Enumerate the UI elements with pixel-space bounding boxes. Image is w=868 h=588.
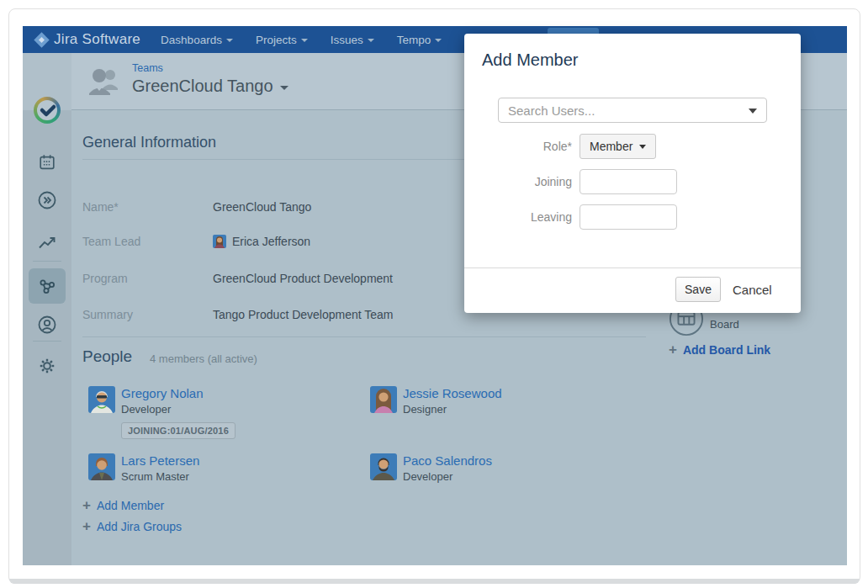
sidebar-divider xyxy=(33,261,61,262)
add-board-link-label: Add Board Link xyxy=(683,343,770,357)
avatar xyxy=(88,453,115,480)
member-name-link[interactable]: Jessie Rosewood xyxy=(403,386,502,401)
combobox-caret-icon[interactable] xyxy=(749,109,757,114)
add-member-modal: Add Member Role* Member Joining Leaving … xyxy=(464,34,801,313)
add-member-link[interactable]: + Add Member xyxy=(82,499,164,512)
field-label: Name* xyxy=(82,200,119,214)
modal-footer: Save Cancel xyxy=(464,268,801,313)
plus-icon: + xyxy=(669,344,677,356)
calendar-icon[interactable] xyxy=(23,152,71,172)
member-role: Designer xyxy=(403,403,502,416)
member-name-link[interactable]: Lars Petersen xyxy=(121,453,199,469)
page-title: GreenCloud Tango xyxy=(132,77,273,96)
member-role: Developer xyxy=(121,403,236,416)
plus-icon: + xyxy=(82,500,91,511)
user-circle-icon[interactable] xyxy=(23,315,71,335)
chevron-down-icon xyxy=(226,39,233,42)
member-card-gregory: Gregory Nolan Developer JOINING:01/AUG/2… xyxy=(88,386,370,442)
nav-item-label: Tempo xyxy=(397,34,431,46)
window-bottom-edge xyxy=(9,579,860,584)
leaving-date-input[interactable] xyxy=(580,204,677,230)
nav-item-label: Projects xyxy=(256,34,297,46)
left-sidebar xyxy=(23,53,71,565)
teams-group-icon xyxy=(87,68,123,97)
avatar xyxy=(88,386,115,413)
member-role: Scrum Master xyxy=(121,470,199,483)
members-grid: Gregory Nolan Developer JOINING:01/AUG/2… xyxy=(88,386,660,509)
field-value: GreenCloud Product Development xyxy=(213,272,393,285)
chart-trend-icon[interactable] xyxy=(23,232,71,252)
jira-logo[interactable]: Jira Software xyxy=(36,31,140,48)
double-chevron-icon[interactable] xyxy=(23,190,71,210)
field-value: Tango Product Development Team xyxy=(213,308,394,321)
joining-label: Joining xyxy=(464,175,572,188)
avatar xyxy=(370,453,397,480)
nav-item-issues[interactable]: Issues xyxy=(331,34,374,46)
nav-item-label: Issues xyxy=(331,34,363,46)
role-form-row: Role* Member xyxy=(464,134,801,159)
field-value: GreenCloud Tango xyxy=(213,200,311,214)
modal-title: Add Member xyxy=(482,50,579,70)
member-info: Gregory Nolan Developer JOINING:01/AUG/2… xyxy=(121,386,236,442)
board-label: Board xyxy=(710,318,739,336)
leaving-form-row: Leaving xyxy=(464,204,801,230)
nav-item-tempo[interactable]: Tempo xyxy=(397,34,442,46)
leaving-label: Leaving xyxy=(464,210,572,224)
tempo-logo-icon[interactable] xyxy=(34,97,61,124)
search-users-input[interactable] xyxy=(500,99,749,121)
joining-badge: JOINING:01/AUG/2016 xyxy=(121,422,236,439)
brand-name: Jira Software xyxy=(54,31,140,48)
chevron-down-icon xyxy=(435,39,442,42)
role-selected-value: Member xyxy=(590,140,632,153)
people-count: 4 members (all active) xyxy=(150,352,257,365)
nav-item-dashboards[interactable]: Dashboards xyxy=(161,34,233,46)
add-jira-groups-label: Add Jira Groups xyxy=(97,520,182,533)
section-divider xyxy=(82,336,646,337)
role-dropdown-button[interactable]: Member xyxy=(580,134,656,159)
role-label: Role* xyxy=(464,140,572,153)
member-card-jessie: Jessie Rosewood Designer xyxy=(370,386,660,442)
team-title-dropdown[interactable]: GreenCloud Tango xyxy=(132,77,288,96)
team-lead-name[interactable]: Erica Jefferson xyxy=(232,235,310,248)
nav-item-label: Dashboards xyxy=(161,34,222,46)
member-name-link[interactable]: Gregory Nolan xyxy=(121,386,236,401)
breadcrumb-teams-link[interactable]: Teams xyxy=(132,62,163,74)
sidebar-divider xyxy=(33,341,61,342)
field-value: Erica Jefferson xyxy=(213,235,310,248)
search-users-combobox[interactable] xyxy=(498,98,767,123)
avatar xyxy=(370,386,397,413)
teams-share-icon[interactable] xyxy=(23,276,71,296)
nav-menu: Dashboards Projects Issues Tempo xyxy=(161,34,442,46)
plus-icon: + xyxy=(82,521,91,532)
page: Jira Software Dashboards Projects Issues… xyxy=(0,0,868,588)
cancel-button[interactable]: Cancel xyxy=(733,283,772,297)
chevron-down-icon xyxy=(280,86,288,90)
member-name-link[interactable]: Paco Salendros xyxy=(403,453,492,469)
people-heading: People xyxy=(82,347,132,366)
field-label: Team Lead xyxy=(82,235,140,248)
member-info: Paco Salendros Developer xyxy=(403,453,492,509)
member-info: Jessie Rosewood Designer xyxy=(403,386,502,442)
save-button[interactable]: Save xyxy=(675,277,721,302)
chevron-down-icon xyxy=(639,145,646,149)
add-jira-groups-link[interactable]: + Add Jira Groups xyxy=(82,520,182,533)
joining-date-input[interactable] xyxy=(580,169,677,194)
team-lead-avatar xyxy=(213,235,226,248)
add-member-label: Add Member xyxy=(97,499,164,512)
joining-form-row: Joining xyxy=(464,169,801,194)
field-label: Summary xyxy=(82,308,133,321)
field-label: Program xyxy=(82,272,128,285)
member-role: Developer xyxy=(403,470,492,483)
jira-diamond-icon xyxy=(34,32,49,47)
add-board-link[interactable]: + Add Board Link xyxy=(669,343,770,357)
member-card-paco: Paco Salendros Developer xyxy=(370,453,660,509)
nav-item-projects[interactable]: Projects xyxy=(256,34,308,46)
chevron-down-icon xyxy=(301,39,308,42)
chevron-down-icon xyxy=(368,39,374,42)
settings-gear-icon[interactable] xyxy=(23,356,71,376)
